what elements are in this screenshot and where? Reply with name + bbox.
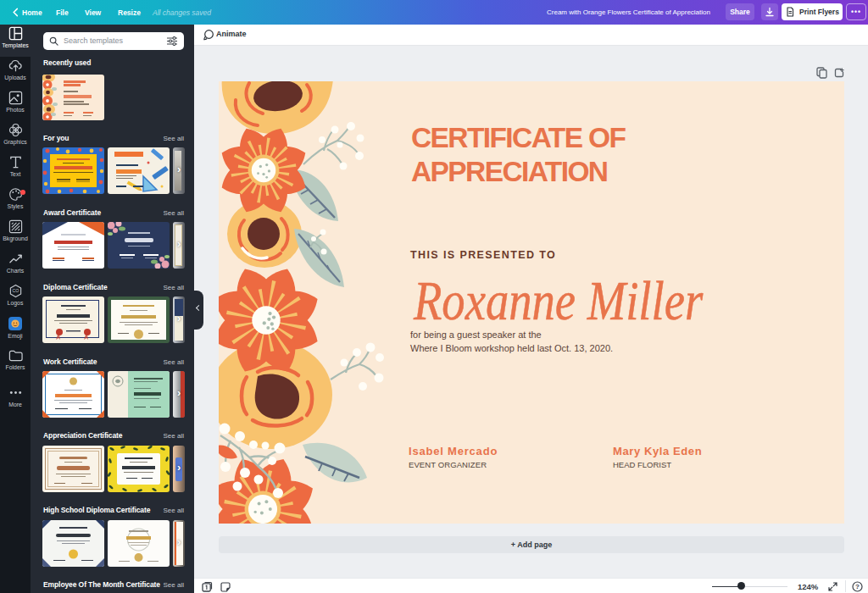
svg-text:CO: CO (12, 288, 19, 293)
svg-text:?: ? (855, 583, 860, 590)
